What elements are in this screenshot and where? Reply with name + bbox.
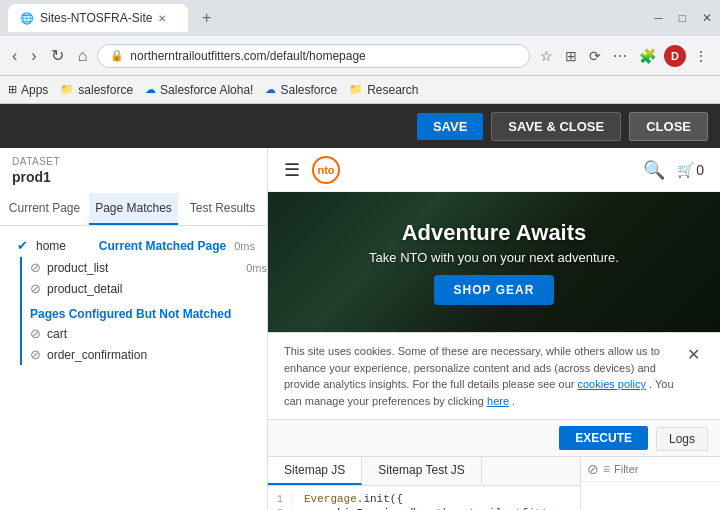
code-panel: Sitemap JS Sitemap Test JS 1 Evergage.in… (268, 457, 580, 510)
bookmark-salesforce1[interactable]: 📁 salesforce (60, 83, 133, 97)
code-section: Sitemap JS Sitemap Test JS 1 Evergage.in… (268, 457, 720, 510)
order-confirmation-label[interactable]: order_confirmation (47, 348, 147, 362)
user-avatar[interactable]: D (664, 45, 686, 67)
home-page-label[interactable]: home (36, 239, 95, 253)
no-icon-product-detail: ⊘ (30, 281, 41, 296)
left-panel: DATASET prod1 Current Page Page Matches … (0, 148, 268, 510)
nav-extras: ☆ ⊞ ⟳ ⋯ 🧩 D ⋮ (536, 45, 712, 67)
app-toolbar: SAVE SAVE & CLOSE CLOSE (0, 104, 720, 148)
filter-input[interactable] (614, 463, 684, 475)
star-button[interactable]: ☆ (536, 46, 557, 66)
product-list-row: ⊘ product_list 0ms (30, 257, 267, 278)
shop-gear-button[interactable]: SHOP GEAR (434, 275, 555, 305)
folder-icon2: 📁 (349, 83, 363, 96)
nav-bar: ‹ › ↻ ⌂ 🔒 northerntrailoutfitters.com/de… (0, 36, 720, 76)
current-matched-row: ✔ home Current Matched Page 0ms (0, 234, 267, 257)
bookmark-salesforce2-label: Salesforce (280, 83, 337, 97)
tab-page-matches[interactable]: Page Matches (89, 193, 178, 225)
bookmark-salesforce-aloha-label: Salesforce Aloha! (160, 83, 253, 97)
tab-sitemap-test-js[interactable]: Sitemap Test JS (362, 457, 481, 485)
bookmark-apps[interactable]: ⊞ Apps (8, 83, 48, 97)
tab-sitemap-js[interactable]: Sitemap JS (268, 457, 362, 485)
bookmarks-bar: ⊞ Apps 📁 salesforce ☁ Salesforce Aloha! … (0, 76, 720, 104)
tab-test-results[interactable]: Test Results (178, 193, 267, 225)
no-icon-cart: ⊘ (30, 326, 41, 341)
tab-close-icon[interactable]: ✕ (158, 13, 166, 24)
back-button[interactable]: ‹ (8, 45, 21, 67)
filter-icon: ≡ (603, 462, 610, 476)
bracket-section: ⊘ product_list 0ms ⊘ product_detail Page… (20, 257, 267, 365)
logs-tab[interactable]: Logs (656, 427, 708, 451)
no-icon-order: ⊘ (30, 347, 41, 362)
cookie-text: This site uses cookies. Some of these ar… (284, 343, 675, 409)
nto-topbar: ☰ nto 🔍 🛒 0 (268, 148, 720, 192)
cookie-close-icon[interactable]: ✕ (683, 343, 704, 367)
block-icon: ⊘ (587, 461, 599, 477)
bookmark-salesforce1-label: salesforce (78, 83, 133, 97)
tab-title: Sites-NTOSFRA-Site (40, 11, 152, 25)
cookie-banner: This site uses cookies. Some of these ar… (268, 332, 720, 419)
panel-tabs: Current Page Page Matches Test Results (0, 193, 267, 226)
not-matched-header: Pages Configured But Not Matched (30, 305, 267, 323)
address-bar[interactable]: 🔒 northerntrailoutfitters.com/default/ho… (97, 44, 530, 68)
menu-button[interactable]: ⋮ (690, 46, 712, 66)
product-list-label[interactable]: product_list (47, 261, 108, 275)
no-icon-product-list: ⊘ (30, 260, 41, 275)
folder-icon: 📁 (60, 83, 74, 96)
logs-filter-bar: ⊘ ≡ (581, 457, 720, 482)
browser-tab[interactable]: 🌐 Sites-NTOSFRA-Site ✕ (8, 4, 188, 32)
bottom-action-bar: EXECUTE Logs (268, 419, 720, 457)
new-tab-button[interactable]: + (196, 7, 217, 29)
right-panel: ☰ nto 🔍 🛒 0 Adventure Awaits Take NTO wi… (268, 148, 720, 510)
panel-content: ✔ home Current Matched Page 0ms ⊘ produc… (0, 226, 267, 510)
cookie-here-link[interactable]: here (487, 395, 509, 407)
current-matched-header: Current Matched Page (99, 239, 226, 253)
bookmark-salesforce2[interactable]: ☁ Salesforce (265, 83, 337, 97)
code-area: 1 Evergage.init({ 2 cookieDomain: "north… (268, 486, 580, 510)
cloud-icon: ☁ (145, 83, 156, 96)
cart-icon: 🛒 (677, 162, 694, 178)
puzzle-button[interactable]: 🧩 (635, 46, 660, 66)
close-button[interactable]: CLOSE (629, 112, 708, 141)
bookmark-research-label: Research (367, 83, 418, 97)
hamburger-icon[interactable]: ☰ (284, 159, 300, 181)
tab-current-page[interactable]: Current Page (0, 193, 89, 225)
win-minimize[interactable]: ─ (654, 11, 663, 25)
title-bar: 🌐 Sites-NTOSFRA-Site ✕ + ─ □ ✕ (0, 0, 720, 36)
settings-button[interactable]: ⋯ (609, 46, 631, 66)
home-button[interactable]: ⌂ (74, 45, 92, 67)
forward-button[interactable]: › (27, 45, 40, 67)
save-button[interactable]: SAVE (417, 113, 483, 140)
dataset-label: DATASET (0, 148, 267, 169)
cart-label[interactable]: cart (47, 327, 67, 341)
url-text: northerntrailoutfitters.com/default/home… (130, 49, 365, 63)
not-matched-label: Pages Configured But Not Matched (30, 307, 231, 321)
win-close[interactable]: ✕ (702, 11, 712, 25)
save-close-button[interactable]: SAVE & CLOSE (491, 112, 621, 141)
product-detail-row: ⊘ product_detail (30, 278, 267, 299)
bookmark-research[interactable]: 📁 Research (349, 83, 418, 97)
hero-subtitle: Take NTO with you on your next adventure… (369, 250, 619, 265)
bookmark-salesforce-aloha[interactable]: ☁ Salesforce Aloha! (145, 83, 253, 97)
sync-button[interactable]: ⟳ (585, 46, 605, 66)
cart-count: 0 (696, 162, 704, 178)
cart-row: ⊘ cart (30, 323, 267, 344)
nto-logo-circle: nto (312, 156, 340, 184)
win-maximize[interactable]: □ (679, 11, 686, 25)
nto-cart[interactable]: 🛒 0 (677, 162, 704, 178)
code-tabs: Sitemap JS Sitemap Test JS (268, 457, 580, 486)
nto-search-icon[interactable]: 🔍 (643, 159, 665, 181)
code-line-1: 1 Evergage.init({ (268, 492, 580, 506)
reload-button[interactable]: ↻ (47, 44, 68, 67)
line-num-1: 1 (268, 493, 292, 505)
product-detail-label[interactable]: product_detail (47, 282, 122, 296)
execute-button[interactable]: EXECUTE (559, 426, 648, 450)
extensions-button[interactable]: ⊞ (561, 46, 581, 66)
bookmark-apps-label: Apps (21, 83, 48, 97)
check-icon-home: ✔ (12, 238, 32, 253)
cloud-icon2: ☁ (265, 83, 276, 96)
order-confirmation-row: ⊘ order_confirmation (30, 344, 267, 365)
time2: 0ms (246, 262, 267, 274)
cookie-policy-link[interactable]: cookies policy (578, 378, 646, 390)
logs-tab-wrapper: Logs (656, 431, 708, 446)
